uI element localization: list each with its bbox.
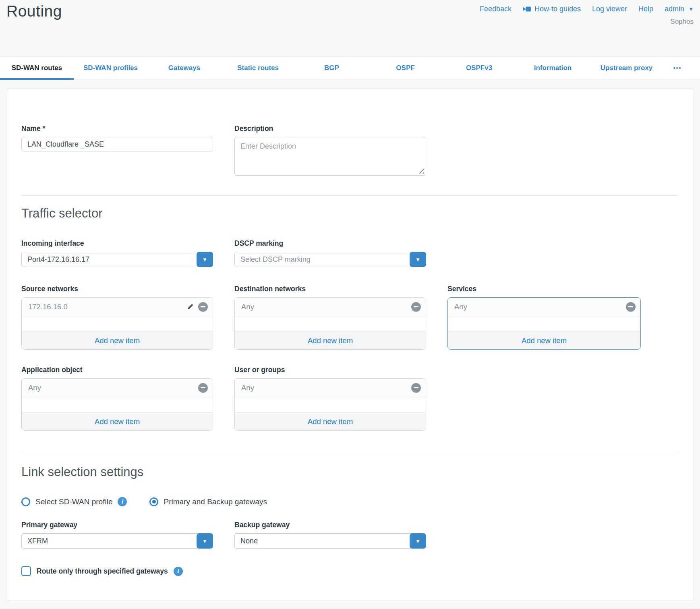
tab-upstream-proxy[interactable]: Upstream proxy [590, 57, 663, 79]
dropdown-button[interactable]: ▼ [410, 252, 426, 267]
info-icon[interactable]: i [174, 567, 183, 576]
caret-down-icon: ▼ [202, 257, 207, 263]
user-or-groups-box: Any Add new item [234, 378, 426, 431]
source-networks-box: 172.16.16.0 Add new item [21, 297, 213, 350]
route-only-label: Route only through specified gateways [37, 567, 168, 576]
list-empty-area [22, 316, 213, 331]
feedback-link[interactable]: Feedback [480, 5, 512, 13]
primary-gateway-group: Primary gateway XFRM ▼ [21, 521, 213, 549]
incoming-interface-group: Incoming interface Port4-172.16.16.17 ▼ [21, 239, 213, 267]
tab-sd-wan-routes[interactable]: SD-WAN routes [0, 57, 74, 79]
incoming-interface-label: Incoming interface [21, 239, 213, 248]
remove-item-icon[interactable] [411, 383, 421, 393]
tabs-overflow-button[interactable]: ••• [663, 57, 692, 79]
route-only-checkbox[interactable] [21, 566, 31, 576]
add-new-item-button[interactable]: Add new item [22, 331, 213, 349]
source-networks-label: Source networks [21, 285, 213, 293]
add-new-item-button[interactable]: Add new item [448, 331, 640, 349]
list-empty-area [235, 316, 426, 331]
header-links: Feedback How-to guides Log viewer Help a… [480, 5, 694, 13]
brand-label: Sophos [670, 18, 694, 26]
application-object-box: Any Add new item [21, 378, 213, 431]
tab-bgp[interactable]: BGP [295, 57, 369, 79]
dropdown-button[interactable]: ▼ [197, 252, 213, 267]
remove-item-icon[interactable] [198, 383, 208, 393]
howto-guides-link[interactable]: How-to guides [523, 5, 581, 13]
section-divider [21, 195, 679, 196]
add-new-item-button[interactable]: Add new item [235, 412, 426, 430]
tab-ospf[interactable]: OSPF [369, 57, 442, 79]
list-item: Any [448, 298, 640, 316]
add-new-item-button[interactable]: Add new item [22, 412, 213, 430]
user-or-groups-label: User or groups [234, 366, 426, 374]
backup-gateway-select[interactable]: None ▼ [234, 533, 426, 549]
caret-down-icon: ▼ [202, 538, 207, 544]
tab-static-routes[interactable]: Static routes [221, 57, 295, 79]
primary-gateway-select[interactable]: XFRM ▼ [21, 533, 213, 549]
description-label: Description [234, 124, 426, 133]
edit-pencil-icon[interactable] [186, 303, 194, 311]
user-or-groups-group: User or groups Any Add new item [234, 366, 426, 431]
name-input[interactable] [21, 137, 213, 151]
services-label: Services [447, 285, 641, 293]
required-asterisk: * [43, 124, 46, 133]
remove-item-icon[interactable] [411, 302, 421, 312]
source-networks-group: Source networks 172.16.16.0 Add new item [21, 285, 213, 350]
sd-wan-route-form-panel: Name* Description Traffic selector Incom… [7, 89, 693, 600]
dscp-marking-label: DSCP marking [234, 239, 426, 248]
route-only-checkbox-row: Route only through specified gateways i [21, 566, 679, 576]
traffic-selector-heading: Traffic selector [21, 206, 679, 221]
services-box: Any Add new item [447, 297, 641, 350]
destination-networks-box: Any Add new item [234, 297, 426, 350]
page-title: Routing [6, 2, 62, 20]
list-item: Any [22, 379, 213, 397]
list-item: 172.16.16.0 [22, 298, 213, 316]
destination-networks-label: Destination networks [234, 285, 426, 293]
dscp-marking-group: DSCP marking Select DSCP marking ▼ [234, 239, 426, 267]
add-new-item-button[interactable]: Add new item [235, 331, 426, 349]
name-label: Name* [21, 124, 213, 133]
tab-ospfv3[interactable]: OSPFv3 [442, 57, 516, 79]
list-empty-area [235, 397, 426, 412]
description-textarea[interactable] [234, 137, 426, 176]
tab-information[interactable]: Information [516, 57, 590, 79]
incoming-interface-select[interactable]: Port4-172.16.16.17 ▼ [21, 252, 213, 267]
destination-networks-group: Destination networks Any Add new item [234, 285, 426, 350]
radio-primary-backup-gateways[interactable]: Primary and Backup gateways [149, 497, 267, 506]
list-empty-area [448, 316, 640, 331]
list-empty-area [22, 397, 213, 412]
page-header: Routing Feedback How-to guides Log viewe… [0, 0, 700, 56]
list-item: Any [235, 379, 426, 397]
dscp-marking-select[interactable]: Select DSCP marking ▼ [234, 252, 426, 267]
caret-down-icon: ▼ [415, 538, 420, 544]
dropdown-button[interactable]: ▼ [197, 533, 213, 549]
description-field-group: Description [234, 124, 426, 177]
tab-sd-wan-profiles[interactable]: SD-WAN profiles [74, 57, 147, 79]
radio-icon-selected[interactable] [149, 497, 158, 506]
tab-gateways[interactable]: Gateways [147, 57, 221, 79]
dropdown-button[interactable]: ▼ [410, 533, 426, 549]
log-viewer-link[interactable]: Log viewer [592, 5, 627, 13]
services-group: Services Any Add new item [447, 285, 641, 350]
remove-item-icon[interactable] [626, 302, 636, 312]
routing-tabs: SD-WAN routes SD-WAN profiles Gateways S… [0, 56, 700, 80]
radio-icon[interactable] [21, 497, 30, 506]
backup-gateway-group: Backup gateway None ▼ [234, 521, 426, 549]
help-link[interactable]: Help [638, 5, 653, 13]
info-icon[interactable]: i [118, 497, 127, 506]
admin-menu[interactable]: admin ▼ [665, 5, 694, 13]
primary-gateway-label: Primary gateway [21, 521, 213, 529]
caret-down-icon: ▼ [415, 257, 420, 263]
remove-item-icon[interactable] [198, 302, 208, 312]
backup-gateway-label: Backup gateway [234, 521, 426, 529]
chevron-down-icon: ▼ [688, 6, 694, 12]
name-field-group: Name* [21, 124, 213, 177]
section-divider [21, 454, 679, 454]
video-camera-icon [523, 6, 531, 12]
list-item: Any [235, 298, 426, 316]
link-selection-heading: Link selection settings [21, 465, 679, 479]
radio-select-sd-wan-profile[interactable]: Select SD-WAN profile i [21, 497, 127, 506]
application-object-group: Application object Any Add new item [21, 366, 213, 431]
application-object-label: Application object [21, 366, 213, 374]
